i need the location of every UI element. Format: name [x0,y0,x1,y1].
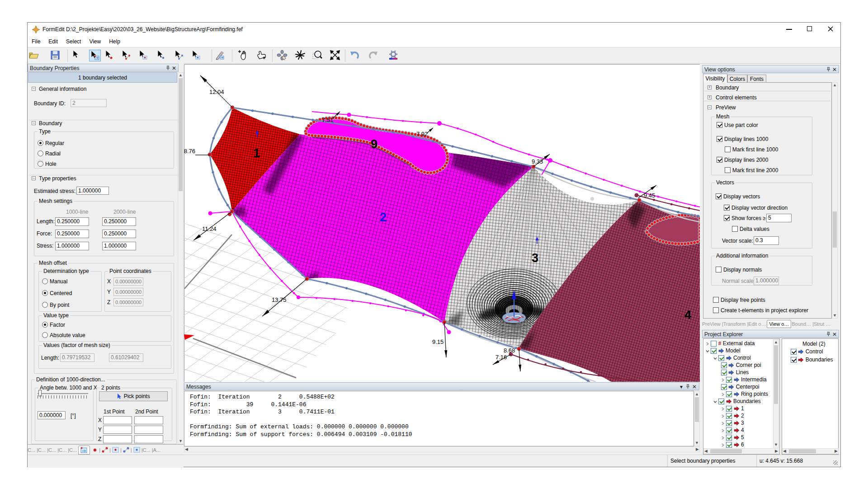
svg-text:4: 4 [684,308,691,322]
svg-text:7.92: 7.92 [416,131,428,137]
svg-text:2: 2 [380,211,387,224]
svg-text:7.51: 7.51 [322,117,333,123]
svg-text:9.45: 9.45 [644,192,655,199]
svg-text:13.75: 13.75 [272,296,287,303]
svg-text:11.24: 11.24 [202,225,217,232]
svg-text:3: 3 [532,251,538,265]
svg-text:12.04: 12.04 [209,89,224,95]
svg-text:9.33: 9.33 [532,158,543,165]
svg-text:8.68: 8.68 [504,347,515,354]
svg-text:9: 9 [371,137,377,151]
svg-text:9.15: 9.15 [432,338,443,345]
svg-text:8.76: 8.76 [184,148,195,155]
svg-text:1: 1 [253,146,260,160]
svg-text:7.16: 7.16 [495,354,507,361]
